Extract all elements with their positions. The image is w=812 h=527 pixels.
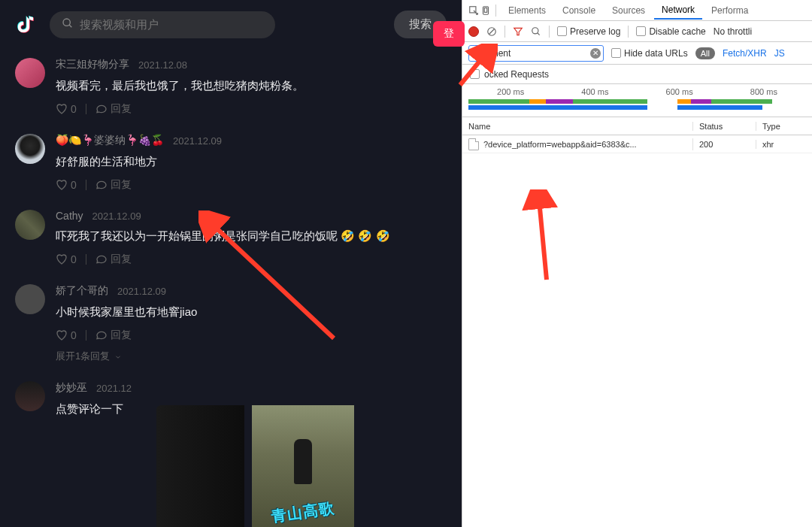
- device-icon[interactable]: [480, 5, 491, 16]
- filter-js[interactable]: JS: [774, 48, 785, 59]
- music-note-icon: [16, 14, 35, 36]
- svg-marker-9: [514, 28, 523, 35]
- network-filter-bar: ✕ Hide data URLs All Fetch/XHR JS: [462, 42, 812, 65]
- like-count: 0: [71, 103, 77, 115]
- search-bar[interactable]: [50, 11, 275, 38]
- col-status[interactable]: Status: [693, 122, 756, 131]
- filter-all[interactable]: All: [695, 47, 715, 59]
- tab-performance[interactable]: Performa: [704, 2, 756, 19]
- request-name: ?device_platform=webapp&aid=6383&c...: [483, 140, 637, 149]
- reply-button[interactable]: 回复: [95, 102, 132, 116]
- chat-icon: [95, 179, 108, 191]
- like-button[interactable]: 0: [56, 103, 77, 115]
- comment-text: 好舒服的生活和地方: [56, 153, 447, 169]
- disable-cache-checkbox[interactable]: Disable cache: [636, 26, 705, 37]
- comments-list: 宋三姐好物分享 2021.12.08 视频看完，最后我也饿了，我也想吃猪肉炖粉条…: [0, 49, 462, 426]
- inspect-icon[interactable]: [468, 5, 479, 16]
- comment-date: 2021.12.08: [138, 59, 187, 71]
- clear-filter-icon[interactable]: ✕: [590, 48, 601, 59]
- svg-rect-6: [484, 8, 487, 12]
- divider: [86, 330, 86, 341]
- chat-icon: [95, 253, 108, 265]
- reply-button[interactable]: 回复: [95, 178, 132, 192]
- request-status: 200: [693, 140, 756, 149]
- tab-network[interactable]: Network: [654, 2, 702, 20]
- username[interactable]: 🍑🍋🦩婆婆纳🦩🍇🍒: [56, 134, 164, 147]
- login-button[interactable]: 登: [433, 21, 465, 47]
- comment-date: 2021.12: [96, 383, 132, 394]
- file-icon: [468, 138, 479, 150]
- expand-replies[interactable]: 展开1条回复: [56, 350, 447, 363]
- filter-icon[interactable]: [513, 26, 523, 37]
- preserve-log-checkbox[interactable]: Preserve log: [557, 26, 620, 37]
- svg-point-10: [532, 27, 538, 33]
- clear-icon[interactable]: [486, 26, 497, 37]
- avatar[interactable]: [15, 381, 45, 411]
- network-toolbar: Preserve log Disable cache No throttli: [462, 21, 812, 42]
- douyin-logo[interactable]: [15, 13, 36, 37]
- avatar[interactable]: [15, 134, 45, 164]
- username[interactable]: 妙妙巫: [56, 381, 87, 395]
- col-type[interactable]: Type: [756, 122, 812, 131]
- comment-text: 小时候我家屋里也有地窨jiao: [56, 304, 447, 320]
- divider: [86, 104, 86, 114]
- throttling-select[interactable]: No throttli: [714, 26, 752, 37]
- tab-console[interactable]: Console: [555, 2, 603, 19]
- search-input[interactable]: [80, 18, 263, 31]
- comment-item: Cathy 2021.12.09 吓死我了我还以为一开始锅里的粥是张同学自己吃的…: [15, 210, 447, 266]
- search-icon[interactable]: [531, 26, 541, 37]
- svg-point-0: [63, 19, 70, 26]
- table-row[interactable]: ?device_platform=webapp&aid=6383&c... 20…: [462, 135, 812, 153]
- blocked-checkbox[interactable]: [470, 69, 480, 79]
- reply-button[interactable]: 回复: [95, 329, 132, 342]
- svg-line-11: [538, 32, 540, 35]
- comment-date: 2021.12.09: [117, 286, 166, 297]
- like-count: 0: [71, 329, 77, 341]
- video-thumbnail[interactable]: 青山高歌: [156, 405, 450, 527]
- thumbnail-image: 青山高歌: [252, 405, 354, 527]
- col-name[interactable]: Name: [462, 122, 693, 131]
- time-label: 600 ms: [666, 87, 693, 96]
- tab-elements[interactable]: Elements: [501, 2, 553, 19]
- avatar[interactable]: [15, 210, 45, 240]
- comment-text: 视频看完，最后我也饿了，我也想吃猪肉炖粉条。: [56, 77, 447, 93]
- comment-date: 2021.12.09: [173, 135, 222, 147]
- divider: [86, 254, 86, 265]
- time-label: 800 ms: [750, 87, 777, 96]
- reply-label: 回复: [111, 178, 132, 192]
- like-button[interactable]: 0: [56, 253, 77, 265]
- tab-sources[interactable]: Sources: [604, 2, 653, 19]
- username[interactable]: 娇了个哥的: [56, 284, 108, 298]
- thumbnail-caption: 青山高歌: [271, 498, 336, 526]
- comment-item: 娇了个哥的 2021.12.09 小时候我家屋里也有地窨jiao 0 回复: [15, 284, 447, 363]
- like-button[interactable]: 0: [56, 329, 77, 341]
- avatar[interactable]: [15, 284, 45, 314]
- reply-button[interactable]: 回复: [95, 253, 132, 266]
- avatar[interactable]: [15, 58, 45, 88]
- heart-icon: [56, 253, 68, 265]
- like-count: 0: [71, 253, 77, 265]
- blocked-requests: ocked Requests: [462, 65, 812, 84]
- comment-date: 2021.12.09: [92, 210, 141, 222]
- username[interactable]: 宋三姐好物分享: [56, 58, 129, 71]
- filter-input[interactable]: [468, 45, 604, 62]
- filter-fetch-xhr[interactable]: Fetch/XHR: [723, 48, 767, 59]
- time-label: 400 ms: [581, 87, 608, 96]
- chat-icon: [95, 103, 108, 115]
- blocked-label: ocked Requests: [484, 69, 549, 80]
- time-label: 200 ms: [497, 87, 524, 96]
- reply-label: 回复: [111, 253, 132, 266]
- comment-item: 宋三姐好物分享 2021.12.08 视频看完，最后我也饿了，我也想吃猪肉炖粉条…: [15, 58, 447, 116]
- devtools-tabs: Elements Console Sources Network Perform…: [462, 0, 812, 21]
- svg-line-1: [69, 25, 71, 27]
- hide-data-urls-checkbox[interactable]: Hide data URLs: [611, 48, 688, 59]
- network-timeline[interactable]: 200 ms 400 ms 600 ms 800 ms: [462, 84, 812, 117]
- like-button[interactable]: 0: [56, 179, 77, 191]
- heart-icon: [56, 179, 68, 191]
- chat-icon: [95, 329, 108, 341]
- record-button[interactable]: [468, 26, 479, 37]
- network-table: Name Status Type ?device_platform=webapp…: [462, 117, 812, 527]
- username[interactable]: Cathy: [56, 210, 83, 222]
- search-icon: [62, 17, 74, 32]
- comment-text: 吓死我了我还以为一开始锅里的粥是张同学自己吃的饭呢 🤣 🤣 🤣: [56, 228, 447, 244]
